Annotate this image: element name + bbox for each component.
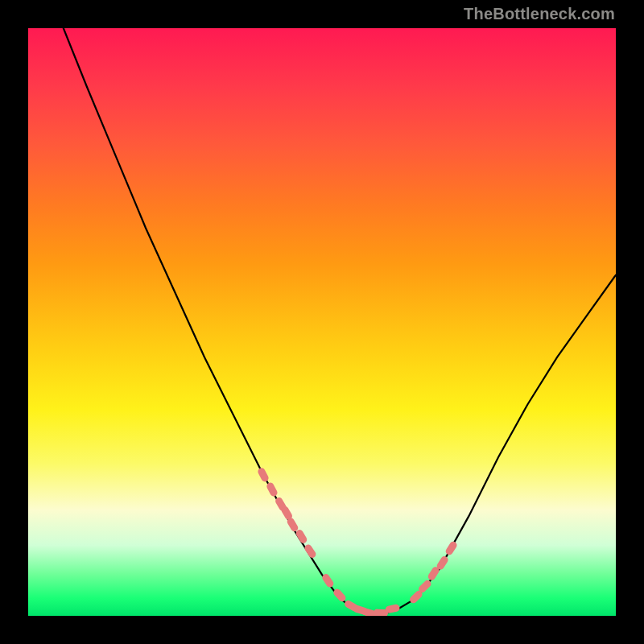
highlight-dot: [444, 540, 458, 556]
chart-container: TheBottleneck.com: [0, 0, 644, 644]
highlight-dot: [385, 604, 401, 614]
highlight-dot: [303, 543, 317, 559]
highlight-dots: [257, 467, 458, 616]
highlight-dot: [257, 467, 270, 483]
highlight-dot: [295, 528, 308, 544]
plot-area: [28, 28, 616, 616]
chart-svg: [28, 28, 616, 616]
bottleneck-curve: [64, 28, 616, 614]
watermark-label: TheBottleneck.com: [464, 5, 615, 23]
